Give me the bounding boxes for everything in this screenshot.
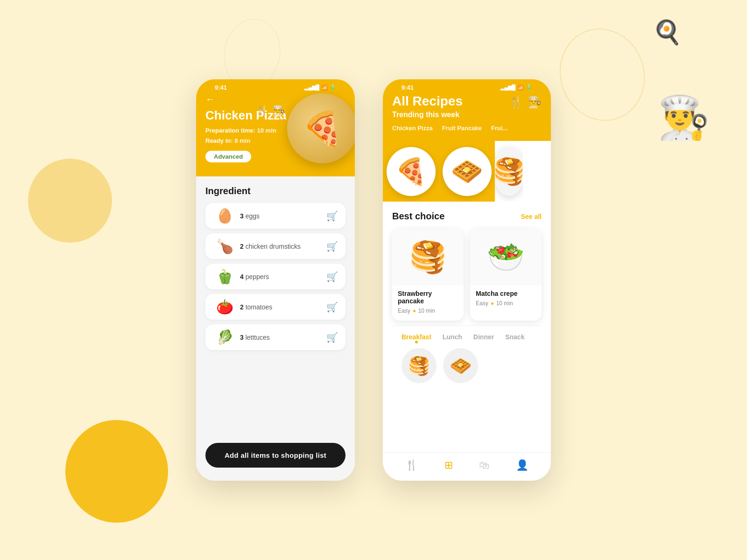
nav-home-icon[interactable]: 🍴 <box>405 459 418 471</box>
add-lettuce-button[interactable]: 🛒 <box>326 332 338 343</box>
chicken-text: 2 chicken drumsticks <box>236 243 326 250</box>
recipe-card-matcha[interactable]: 🥗 Matcha crepe Easy 10 min <box>470 229 542 321</box>
wifi-icon: 📶 <box>321 84 328 91</box>
best-choice-title: Best choice <box>392 211 444 222</box>
right-status-icons: ▂▄▆█ 📶 🔋 <box>500 84 532 91</box>
strawberry-pancake-name: Strawberry pancake <box>398 290 458 305</box>
ready-label: Ready in: <box>205 137 233 144</box>
trending-tab-fruit[interactable]: Fruit Pancake <box>442 125 482 132</box>
right-status-bar: 9:41 ▂▄▆█ 📶 🔋 <box>392 79 542 94</box>
header-chef-icons: 🍴 👨‍🍳 <box>256 105 285 117</box>
deco-curve-right <box>547 16 658 133</box>
tab-dinner[interactable]: Dinner <box>473 333 494 343</box>
matcha-time: 10 min <box>496 300 513 307</box>
meta-dot-1 <box>413 310 416 312</box>
matcha-crepe-meta: Easy 10 min <box>476 300 536 307</box>
ingredient-peppers: 🫑 4 peppers 🛒 <box>205 264 345 289</box>
matcha-crepe-img: 🥗 <box>470 229 542 285</box>
ready-value: 8 min <box>234 137 250 144</box>
trending-card-pizza[interactable]: 🍕 <box>383 141 439 202</box>
add-eggs-button[interactable]: 🛒 <box>326 210 338 222</box>
chef-icon-1: 🍴 <box>256 105 268 117</box>
bottom-food-1[interactable]: 🥞 <box>402 348 437 383</box>
trending-label: Trending this week <box>392 111 542 119</box>
left-time: 9:41 <box>215 84 227 91</box>
peppers-text: 4 peppers <box>236 273 326 280</box>
pizza-circle: 🍕 <box>387 147 436 196</box>
bottom-food-peek: 🥞 🧇 <box>392 348 542 385</box>
signal-icon: ▂▄▆█ <box>304 84 319 91</box>
strawberry-difficulty: Easy <box>398 308 410 314</box>
chicken-icon: 🍗 <box>213 238 236 254</box>
deco-chef-hat-small: 🍳 <box>653 19 682 46</box>
prep-label: Preparation time: <box>205 127 255 134</box>
chef-icon-2: 👨‍🍳 <box>272 105 285 117</box>
meta-dot-2 <box>491 302 493 305</box>
right-body: Best choice See all 🥞 Strawberry pancake… <box>383 202 551 449</box>
deco-chef-hat-large: 👨‍🍳 <box>657 93 710 142</box>
r-wifi-icon: 📶 <box>517 84 524 91</box>
matcha-difficulty: Easy <box>476 300 488 307</box>
trending-card-pancake[interactable]: 🥞 <box>495 141 523 202</box>
difficulty-badge: Advanced <box>205 151 251 162</box>
bottom-nav: 🍴 ⊞ 🛍 👤 <box>383 452 551 481</box>
r-battery-icon: 🔋 <box>526 84 532 91</box>
strawberry-pancake-meta: Easy 10 min <box>398 308 458 314</box>
pizza-image: 🍕 <box>287 93 355 163</box>
trending-tab-more[interactable]: Frui... <box>491 125 507 132</box>
left-status-bar: 9:41 ▂▄▆█ 📶 🔋 <box>205 79 345 94</box>
see-all-button[interactable]: See all <box>521 213 542 220</box>
add-all-button[interactable]: Add all items to shopping list <box>205 443 345 468</box>
right-phone: 9:41 ▂▄▆█ 📶 🔋 🍴 👨‍🍳 All Recipes Trending… <box>383 79 551 481</box>
trending-tabs: Chicken Pizza Fruit Pancake Frui... <box>392 125 542 132</box>
left-status-icons: ▂▄▆█ 📶 🔋 <box>304 84 336 91</box>
lettuce-icon: 🥬 <box>213 329 236 345</box>
category-tabs: Breakfast Lunch Dinner Snack <box>392 325 542 348</box>
ingredient-lettuce: 🥬 3 letttuces 🛒 <box>205 324 345 350</box>
add-tomatoes-button[interactable]: 🛒 <box>326 301 338 313</box>
left-phone: 9:41 ▂▄▆█ 📶 🔋 ← 🍴 👨‍🍳 Chicken Pizza Prep… <box>196 79 355 481</box>
strawberry-time: 10 min <box>418 308 435 314</box>
r-signal-icon: ▂▄▆█ <box>500 84 515 91</box>
ingredient-chicken: 🍗 2 chicken drumsticks 🛒 <box>205 233 345 259</box>
best-choice-header: Best choice See all <box>392 211 542 222</box>
left-phone-header: 9:41 ▂▄▆█ 📶 🔋 ← 🍴 👨‍🍳 Chicken Pizza Prep… <box>196 79 355 176</box>
strawberry-pancake-img: 🥞 <box>392 229 464 285</box>
tomatoes-icon: 🍅 <box>213 299 236 315</box>
prep-value: 10 min <box>257 127 276 134</box>
tab-lunch[interactable]: Lunch <box>443 333 462 343</box>
right-header-chef-icons: 🍴 👨‍🍳 <box>509 96 542 109</box>
tab-snack[interactable]: Snack <box>505 333 524 343</box>
tab-breakfast[interactable]: Breakfast <box>402 333 431 343</box>
nav-cart-icon[interactable]: 🛍 <box>479 459 489 471</box>
r-chef-icon-1: 🍴 <box>509 96 523 109</box>
ingredients-title: Ingredient <box>205 186 345 196</box>
matcha-crepe-name: Matcha crepe <box>476 290 536 297</box>
nav-profile-icon[interactable]: 👤 <box>516 459 529 471</box>
add-chicken-button[interactable]: 🛒 <box>326 241 338 252</box>
deco-circle-bottom-left <box>65 420 168 523</box>
trending-tab-chicken[interactable]: Chicken Pizza <box>392 125 433 132</box>
add-peppers-button[interactable]: 🛒 <box>326 271 338 282</box>
battery-icon: 🔋 <box>330 84 336 91</box>
lettuce-text: 3 letttuces <box>236 334 326 341</box>
waffle-circle: 🧇 <box>443 147 492 196</box>
recipe-card-strawberry[interactable]: 🥞 Strawberry pancake Easy 10 min <box>392 229 464 321</box>
eggs-icon: 🥚 <box>213 208 236 224</box>
ingredients-wrapper: Ingredient 🥚 3 eggs 🛒 🍗 2 chicken drumst… <box>196 176 355 481</box>
deco-circle-left <box>28 159 112 243</box>
trending-card-waffle[interactable]: 🧇 <box>439 141 495 202</box>
strawberry-pancake-info: Strawberry pancake Easy 10 min <box>392 285 464 314</box>
r-chef-icon-2: 👨‍🍳 <box>528 96 542 109</box>
eggs-text: 3 eggs <box>236 212 326 220</box>
ingredients-section: Ingredient 🥚 3 eggs 🛒 🍗 2 chicken drumst… <box>196 176 355 435</box>
matcha-crepe-info: Matcha crepe Easy 10 min <box>470 285 542 307</box>
nav-explore-icon[interactable]: ⊞ <box>444 459 453 471</box>
tomatoes-text: 2 tomatoes <box>236 303 326 311</box>
bottom-food-2[interactable]: 🧇 <box>443 348 478 383</box>
right-phone-header: 9:41 ▂▄▆█ 📶 🔋 🍴 👨‍🍳 All Recipes Trending… <box>383 79 551 141</box>
pancake-circle: 🥞 <box>495 147 523 196</box>
bottom-btn-area: Add all items to shopping list <box>196 435 355 481</box>
ingredient-eggs: 🥚 3 eggs 🛒 <box>205 203 345 229</box>
best-choice-cards: 🥞 Strawberry pancake Easy 10 min 🥗 Match… <box>392 229 542 321</box>
